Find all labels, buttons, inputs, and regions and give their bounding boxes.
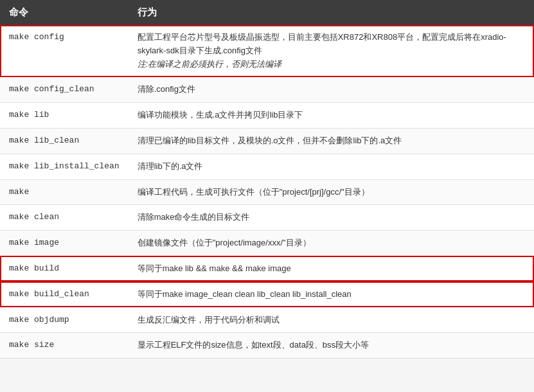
command-cell: make build_clean [0,281,129,307]
command-cell: make lib_install_clean [0,154,129,179]
behavior-cell: 显示工程ELF文件的size信息，如text段、data段、bss段大小等 [129,333,534,359]
header-behavior: 行为 [129,0,534,25]
table-row: make lib_clean清理已编译的lib目标文件，及模块的.o文件，但并不… [0,128,534,154]
behavior-cell: 创建镜像文件（位于"project/image/xxx/"目录） [129,231,534,256]
table-container: 命令 行为 make config配置工程平台芯片型号及板级晶振选型，目前主要包… [0,0,534,359]
command-cell: make clean [0,205,129,231]
behavior-note: 注:在编译之前必须执行，否则无法编译 [138,59,282,69]
behavior-cell: 清理lib下的.a文件 [129,154,534,179]
command-cell: make objdump [0,307,129,333]
table-row: make objdump生成反汇编文件，用于代码分析和调试 [0,307,534,333]
behavior-cell: 清理已编译的lib目标文件，及模块的.o文件，但并不会删除lib下的.a文件 [129,128,534,154]
command-cell: make lib [0,103,129,129]
command-cell: make build [0,256,129,281]
table-row: make image创建镜像文件（位于"project/image/xxx/"目… [0,231,534,256]
table-row: make lib_install_clean清理lib下的.a文件 [0,154,534,179]
command-cell: make config [0,25,129,77]
behavior-cell: 生成反汇编文件，用于代码分析和调试 [129,307,534,333]
table-row: make config_clean清除.config文件 [0,77,534,103]
table-row: make编译工程代码，生成可执行文件（位于"project/[prj]/gcc/… [0,179,534,205]
behavior-cell: 编译功能模块，生成.a文件并拷贝到lib目录下 [129,103,534,129]
behavior-cell: 等同于make image_clean clean lib_clean lib_… [129,281,534,307]
table-row: make config配置工程平台芯片型号及板级晶振选型，目前主要包括XR872… [0,25,534,77]
table-row: make clean清除make命令生成的目标文件 [0,205,534,231]
behavior-cell: 等同于make lib && make && make image [129,256,534,281]
table-row: make build_clean等同于make image_clean clea… [0,281,534,307]
commands-table: 命令 行为 make config配置工程平台芯片型号及板级晶振选型，目前主要包… [0,0,534,359]
table-header-row: 命令 行为 [0,0,534,25]
table-row: make size显示工程ELF文件的size信息，如text段、data段、b… [0,333,534,359]
table-row: make build等同于make lib && make && make im… [0,256,534,281]
command-cell: make size [0,333,129,359]
header-command: 命令 [0,0,129,25]
behavior-cell: 清除make命令生成的目标文件 [129,205,534,231]
table-row: make lib编译功能模块，生成.a文件并拷贝到lib目录下 [0,103,534,129]
behavior-cell: 编译工程代码，生成可执行文件（位于"project/[prj]/gcc/"目录） [129,179,534,205]
command-cell: make image [0,231,129,256]
command-cell: make lib_clean [0,128,129,154]
command-cell: make [0,179,129,205]
behavior-cell: 清除.config文件 [129,77,534,103]
command-cell: make config_clean [0,77,129,103]
behavior-cell: 配置工程平台芯片型号及板级晶振选型，目前主要包括XR872和XR808平台，配置… [129,25,534,77]
